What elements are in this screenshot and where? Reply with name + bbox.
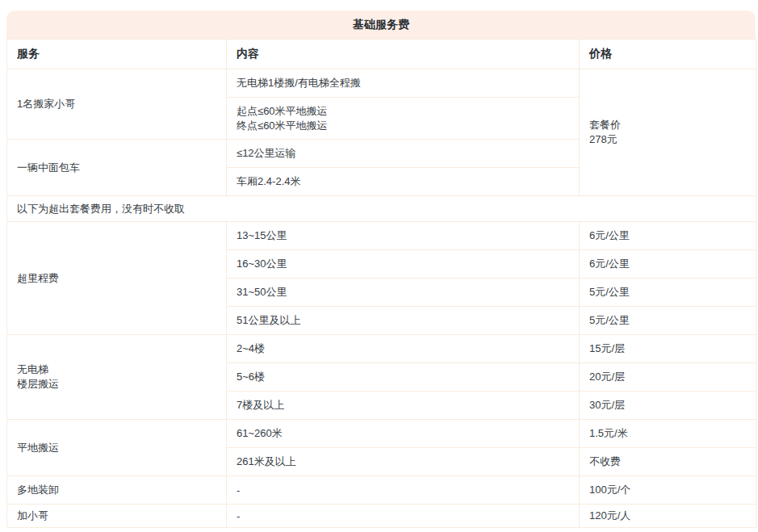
content-cell: 51公里及以上 — [227, 307, 580, 335]
content-cell: - — [227, 505, 580, 528]
content-cell: 31~50公里 — [227, 279, 580, 307]
service-cell-mileage: 超里程费 — [7, 222, 227, 335]
table-row: 多地装卸 - 100元/个 — [7, 476, 756, 505]
column-header-price: 价格 — [580, 40, 756, 69]
table-row: 无电梯 楼层搬运 2~4楼 15元/层 — [7, 335, 756, 363]
content-cell: 61~260米 — [227, 420, 580, 448]
price-cell: 5元/公里 — [580, 279, 756, 307]
service-cell-van: 一辆中面包车 — [7, 140, 227, 196]
column-header-row: 服务 内容 价格 — [7, 40, 756, 69]
price-cell: 30元/层 — [580, 392, 756, 420]
content-cell-elevator: 无电梯1楼搬/有电梯全程搬 — [227, 69, 580, 98]
service-cell-flat-carry: 平地搬运 — [7, 420, 227, 476]
table-title: 基础服务费 — [353, 18, 409, 32]
pricing-table: 基础服务费 服务 内容 价格 1名搬家小哥 无电梯1楼搬/有电梯全程搬 套餐价 … — [6, 10, 756, 528]
content-cell: 2~4楼 — [227, 335, 580, 363]
column-header-content: 内容 — [227, 40, 580, 69]
price-cell: 6元/公里 — [580, 250, 756, 279]
content-cell: 5~6楼 — [227, 363, 580, 392]
content-cell: 261米及以上 — [227, 448, 580, 476]
table-row: 平地搬运 61~260米 1.5元/米 — [7, 420, 756, 448]
note-text: 以下为超出套餐费用，没有时不收取 — [7, 196, 756, 222]
service-cell-extra-mover: 加小哥 — [7, 505, 227, 528]
base-service-fee-table: 服务 内容 价格 1名搬家小哥 无电梯1楼搬/有电梯全程搬 套餐价 278元 起… — [6, 39, 756, 528]
table-row: 超里程费 13~15公里 6元/公里 — [7, 222, 756, 250]
column-header-service: 服务 — [7, 40, 227, 69]
table-title-band: 基础服务费 — [6, 10, 756, 39]
table-row: 1名搬家小哥 无电梯1楼搬/有电梯全程搬 套餐价 278元 — [7, 69, 756, 98]
price-cell: 不收费 — [580, 448, 756, 476]
price-cell: 100元/个 — [580, 476, 756, 505]
service-cell-stairs: 无电梯 楼层搬运 — [7, 335, 227, 420]
price-cell: 1.5元/米 — [580, 420, 756, 448]
note-row: 以下为超出套餐费用，没有时不收取 — [7, 196, 756, 222]
service-cell-multi-stop: 多地装卸 — [7, 476, 227, 505]
price-cell: 15元/层 — [580, 335, 756, 363]
price-cell: 20元/层 — [580, 363, 756, 392]
table-row: 加小哥 - 120元/人 — [7, 505, 756, 528]
content-cell: - — [227, 476, 580, 505]
price-cell: 120元/人 — [580, 505, 756, 528]
content-cell-flat-distance: 起点≤60米平地搬运 终点≤60米平地搬运 — [227, 98, 580, 140]
price-cell-package: 套餐价 278元 — [580, 69, 756, 196]
service-cell-mover: 1名搬家小哥 — [7, 69, 227, 140]
content-cell-transport: ≤12公里运输 — [227, 140, 580, 168]
content-cell-van-size: 车厢2.4-2.4米 — [227, 168, 580, 196]
content-cell: 7楼及以上 — [227, 392, 580, 420]
content-cell: 16~30公里 — [227, 250, 580, 279]
content-cell: 13~15公里 — [227, 222, 580, 250]
price-cell: 5元/公里 — [580, 307, 756, 335]
price-cell: 6元/公里 — [580, 222, 756, 250]
